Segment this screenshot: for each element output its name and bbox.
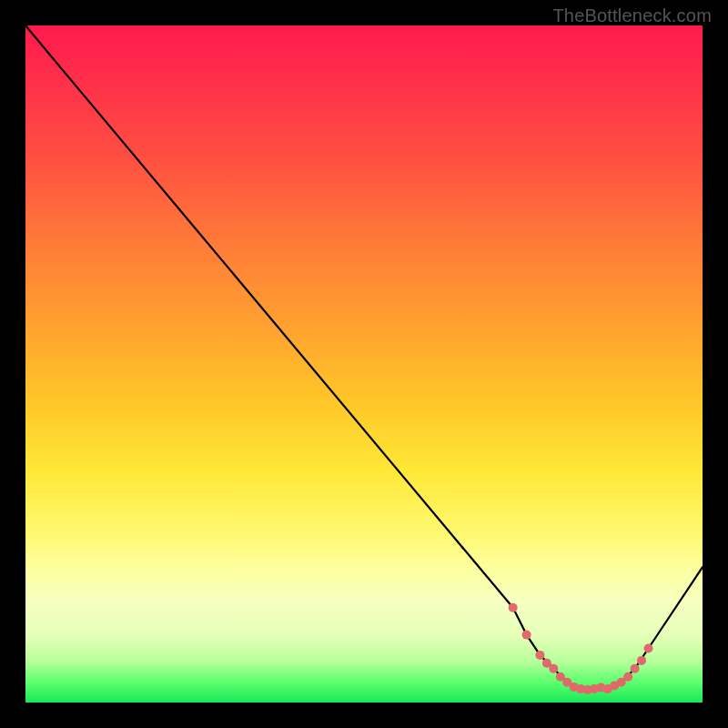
marker-point (522, 631, 531, 640)
marker-point (535, 651, 544, 660)
watermark-text: TheBottleneck.com (552, 5, 712, 26)
marker-point (644, 644, 653, 653)
marker-point (623, 672, 632, 682)
marker-point (509, 603, 518, 612)
curve-line (25, 25, 703, 689)
chart-svg (25, 25, 703, 703)
marker-point (549, 664, 558, 673)
curve-markers (509, 603, 653, 694)
marker-point (631, 664, 640, 673)
marker-point (637, 656, 646, 665)
